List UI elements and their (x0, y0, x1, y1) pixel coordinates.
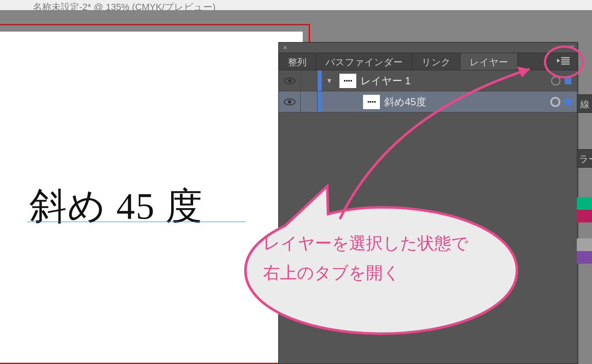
layer-thumbnail: ■ ■ ■ ■ (363, 95, 380, 109)
close-icon[interactable]: × (283, 43, 288, 52)
tab-align[interactable]: 整列 (279, 53, 316, 70)
annotation-line2: 右上のタブを開く (263, 258, 468, 287)
panel-expand-arrows-icon[interactable]: ◂◂ (577, 142, 592, 148)
color-swatch[interactable] (577, 197, 592, 210)
layer-name[interactable]: 斜め45度 (384, 95, 550, 109)
tab-pathfinder[interactable]: パスファインダー (316, 53, 412, 70)
collapsed-side-panels: ◂◂ 線 ◂◂ ラー (577, 88, 592, 264)
text-baseline (27, 222, 245, 222)
panel-collapse-arrows-icon[interactable]: ◂◂ (568, 43, 574, 49)
layer-row-parent[interactable]: ▼ ■ ■ ■ ■ レイヤー 1 (279, 70, 577, 91)
layer-color-indicator (318, 91, 322, 112)
panel-tabs: 整列 パスファインダー リンク レイヤー (279, 53, 577, 70)
color-swatch[interactable] (577, 210, 592, 222)
side-panel-stroke[interactable]: 線 (577, 94, 592, 113)
selection-indicator[interactable] (565, 78, 571, 84)
document-title: 名称未設定-2* @ 135% (CMYK/プレビュー) (30, 0, 592, 10)
side-panel-color[interactable]: ラー (577, 149, 592, 168)
svg-marker-0 (557, 59, 560, 63)
annotation-line1: レイヤーを選択した状態で (263, 228, 468, 258)
svg-point-8 (288, 100, 291, 104)
panel-menu-button[interactable] (557, 56, 570, 65)
color-swatches (577, 197, 592, 264)
visibility-toggle[interactable] (279, 91, 301, 112)
svg-point-6 (288, 79, 291, 83)
canvas-text-object[interactable]: 斜め 45 度 (30, 181, 203, 231)
layer-color-indicator (318, 70, 322, 91)
layer-thumbnail: ■ ■ ■ ■ (339, 74, 356, 88)
color-swatch[interactable] (577, 238, 592, 251)
lock-toggle[interactable] (301, 70, 318, 91)
disclosure-triangle-icon[interactable]: ▼ (326, 77, 333, 85)
target-icon[interactable] (550, 97, 560, 107)
layer-row-child[interactable]: ■ ■ ■ ■ 斜め45度 (279, 91, 577, 112)
visibility-toggle[interactable] (279, 70, 301, 91)
target-icon[interactable] (551, 76, 560, 86)
lock-toggle[interactable] (301, 91, 318, 112)
annotation-text: レイヤーを選択した状態で 右上のタブを開く (263, 228, 468, 287)
annotation-callout: レイヤーを選択した状態で 右上のタブを開く (230, 182, 532, 339)
selection-indicator[interactable] (565, 99, 571, 105)
tab-layers[interactable]: レイヤー (460, 53, 518, 70)
eye-icon (283, 98, 296, 106)
eye-icon (283, 77, 296, 85)
color-swatch[interactable] (577, 251, 592, 264)
tab-links[interactable]: リンク (412, 53, 460, 70)
layer-name[interactable]: レイヤー 1 (361, 74, 551, 88)
panel-expand-arrows-icon[interactable]: ◂◂ (577, 88, 592, 94)
